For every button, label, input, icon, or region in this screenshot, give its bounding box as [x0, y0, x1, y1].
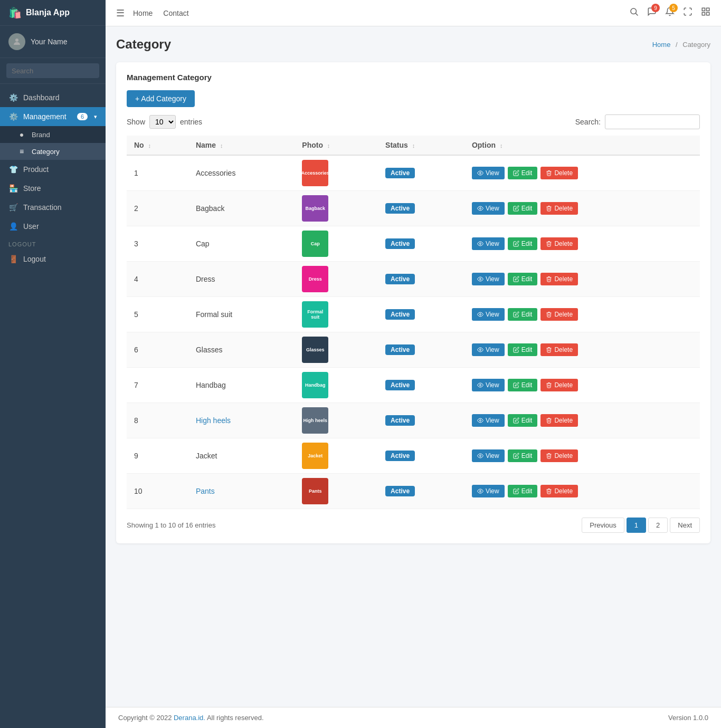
footer-version: Version 1.0.0 — [668, 714, 708, 722]
edit-button[interactable]: Edit — [508, 167, 538, 179]
view-button[interactable]: View — [472, 202, 505, 215]
view-button[interactable]: View — [472, 414, 505, 427]
view-button[interactable]: View — [472, 273, 505, 285]
entries-select[interactable]: 10 25 50 — [149, 115, 176, 129]
edit-button[interactable]: Edit — [508, 237, 538, 250]
page-2-button[interactable]: 2 — [648, 518, 668, 533]
cell-photo: Formal suit — [295, 297, 378, 332]
menu-toggle-icon[interactable]: ☰ — [116, 7, 125, 19]
delete-button[interactable]: Delete — [540, 237, 578, 250]
cell-no: 10 — [127, 474, 188, 509]
action-group: View Edit Delete — [472, 202, 692, 215]
view-button[interactable]: View — [472, 449, 505, 462]
svg-rect-6 — [707, 13, 709, 15]
cell-option: View Edit Delete — [464, 155, 700, 191]
cell-no: 7 — [127, 368, 188, 403]
notifications-badge: 5 — [669, 4, 678, 12]
show-entries: Show 10 25 50 entries — [127, 115, 202, 129]
view-button[interactable]: View — [472, 167, 505, 179]
search-input[interactable] — [6, 63, 99, 78]
table-search-input[interactable] — [605, 114, 700, 129]
action-group: View Edit Delete — [472, 485, 692, 497]
delete-button[interactable]: Delete — [540, 414, 578, 427]
table-row: 5 Formal suit Formal suit Active View Ed… — [127, 297, 700, 332]
action-group: View Edit Delete — [472, 449, 692, 462]
delete-button[interactable]: Delete — [540, 449, 578, 462]
svg-point-8 — [479, 208, 481, 209]
view-button[interactable]: View — [472, 308, 505, 321]
edit-button[interactable]: Edit — [508, 273, 538, 285]
edit-button[interactable]: Edit — [508, 379, 538, 391]
edit-button[interactable]: Edit — [508, 343, 538, 356]
main-content: ☰ Home Contact 9 5 — [106, 0, 721, 728]
topbar: ☰ Home Contact 9 5 — [106, 0, 721, 26]
delete-button[interactable]: Delete — [540, 202, 578, 215]
delete-button[interactable]: Delete — [540, 485, 578, 497]
edit-button[interactable]: Edit — [508, 485, 538, 497]
delete-button[interactable]: Delete — [540, 308, 578, 321]
topbar-nav-home[interactable]: Home — [133, 9, 153, 17]
category-icon: ≡ — [17, 147, 26, 156]
view-button[interactable]: View — [472, 237, 505, 250]
delete-button[interactable]: Delete — [540, 273, 578, 285]
breadcrumb-home[interactable]: Home — [652, 41, 671, 49]
brand-icon: 🛍️ — [8, 6, 22, 19]
svg-point-7 — [479, 173, 481, 174]
view-button[interactable]: View — [472, 343, 505, 356]
add-category-button[interactable]: + Add Category — [127, 90, 195, 107]
previous-button[interactable]: Previous — [582, 518, 624, 533]
edit-button[interactable]: Edit — [508, 202, 538, 215]
svg-rect-5 — [702, 13, 705, 15]
topbar-nav: Home Contact — [133, 9, 621, 17]
pagination-wrapper: Showing 1 to 10 of 16 entries Previous 1… — [127, 518, 700, 533]
sidebar-item-store[interactable]: 🏪 Store — [0, 179, 106, 198]
sidebar-item-transaction[interactable]: 🛒 Transaction — [0, 198, 106, 217]
card-title: Management Category — [127, 73, 700, 82]
table-row: 9 Jacket Jacket Active View Edit — [127, 438, 700, 474]
sort-icon: ↕ — [220, 142, 223, 149]
delete-button[interactable]: Delete — [540, 379, 578, 391]
pagination: Previous 1 2 Next — [582, 518, 700, 533]
user-icon: 👤 — [8, 222, 18, 231]
edit-button[interactable]: Edit — [508, 308, 538, 321]
table-row: 4 Dress Dress Active View Edit — [127, 262, 700, 297]
messages-icon-btn[interactable]: 9 — [647, 7, 657, 19]
svg-point-9 — [479, 243, 481, 245]
cell-option: View Edit Delete — [464, 297, 700, 332]
breadcrumb-separator: / — [676, 41, 678, 49]
edit-button[interactable]: Edit — [508, 449, 538, 462]
fullscreen-icon-btn[interactable] — [683, 7, 692, 19]
view-button[interactable]: View — [472, 379, 505, 391]
delete-button[interactable]: Delete — [540, 167, 578, 179]
cell-no: 1 — [127, 155, 188, 191]
grid-icon-btn[interactable] — [701, 7, 710, 19]
action-group: View Edit Delete — [472, 343, 692, 356]
sidebar: 🛍️ Blanja App Your Name 🔍 ⚙️ Dashboard ⚙… — [0, 0, 106, 728]
sidebar-item-category[interactable]: ≡ Category — [0, 143, 106, 160]
sidebar-item-product[interactable]: 👕 Product — [0, 160, 106, 179]
sidebar-item-logout[interactable]: 🚪 Logout — [0, 250, 106, 269]
col-name: Name ↕ — [188, 136, 295, 155]
page-1-button[interactable]: 1 — [627, 518, 646, 533]
edit-button[interactable]: Edit — [508, 414, 538, 427]
footer-brand-link[interactable]: Derana.id. — [174, 714, 205, 722]
cell-name: Glasses — [188, 332, 295, 368]
sidebar-item-user[interactable]: 👤 User — [0, 217, 106, 236]
cell-photo: Bagback — [295, 191, 378, 226]
cell-name: Dress — [188, 262, 295, 297]
next-button[interactable]: Next — [670, 518, 700, 533]
action-group: View Edit Delete — [472, 379, 692, 391]
management-badge: 6 — [77, 113, 88, 120]
cell-no: 4 — [127, 262, 188, 297]
cell-name: Handbag — [188, 368, 295, 403]
sidebar-item-dashboard[interactable]: ⚙️ Dashboard — [0, 88, 106, 107]
view-button[interactable]: View — [472, 485, 505, 497]
footer: Copyright © 2022 Derana.id. All rights r… — [106, 707, 721, 728]
sidebar-item-management[interactable]: ⚙️ Management 6 ▾ — [0, 107, 106, 126]
action-group: View Edit Delete — [472, 308, 692, 321]
sidebar-item-brand[interactable]: ● Brand — [0, 126, 106, 143]
topbar-nav-contact[interactable]: Contact — [163, 9, 188, 17]
notifications-icon-btn[interactable]: 5 — [665, 7, 675, 19]
search-icon-btn[interactable] — [629, 7, 639, 19]
delete-button[interactable]: Delete — [540, 343, 578, 356]
